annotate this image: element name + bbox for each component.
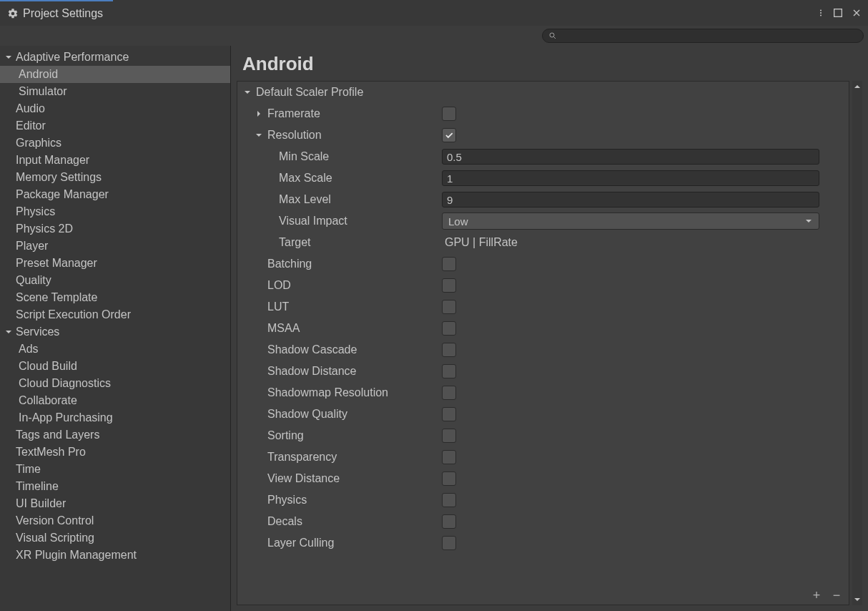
lod-checkbox[interactable] bbox=[442, 278, 456, 293]
close-icon[interactable] bbox=[851, 7, 862, 19]
visual-impact-label: Visual Impact bbox=[279, 215, 347, 228]
sidebar-item-player[interactable]: Player bbox=[0, 238, 230, 255]
window-tab[interactable]: Project Settings bbox=[0, 0, 113, 26]
sidebar-item-simulator[interactable]: Simulator bbox=[0, 83, 230, 100]
main-scrollbar[interactable] bbox=[852, 81, 862, 605]
batching-checkbox[interactable] bbox=[442, 257, 456, 271]
sidebar-item-label: Version Control bbox=[16, 514, 94, 527]
max-scale-input[interactable] bbox=[442, 170, 819, 186]
view-distance-checkbox[interactable] bbox=[442, 471, 456, 486]
shadow-quality-checkbox[interactable] bbox=[442, 407, 456, 421]
decals-checkbox[interactable] bbox=[442, 514, 456, 529]
sidebar-item-xr-plugin-management[interactable]: XR Plugin Management bbox=[0, 547, 230, 564]
foldout-arrow-icon[interactable] bbox=[255, 131, 263, 140]
shadow-cascade-checkbox[interactable] bbox=[442, 343, 456, 357]
lut-checkbox[interactable] bbox=[442, 300, 456, 314]
transparency-checkbox[interactable] bbox=[442, 450, 456, 464]
sidebar-item-in-app-purchasing[interactable]: In-App Purchasing bbox=[0, 409, 230, 426]
min-scale-row: Min Scale bbox=[237, 146, 849, 167]
framerate-label: Framerate bbox=[267, 107, 320, 120]
sidebar-item-label: Input Manager bbox=[16, 154, 89, 167]
max-level-row: Max Level bbox=[237, 189, 849, 210]
sidebar-item-quality[interactable]: Quality bbox=[0, 272, 230, 289]
scroll-up-icon[interactable] bbox=[853, 82, 862, 91]
shadow-cascade-row: Shadow Cascade bbox=[237, 339, 849, 361]
default-scaler-profile-header[interactable]: Default Scaler Profile bbox=[237, 82, 849, 103]
sidebar-item-label: In-App Purchasing bbox=[19, 411, 113, 424]
sidebar-item-physics-2d[interactable]: Physics 2D bbox=[0, 220, 230, 238]
layer-culling-checkbox[interactable] bbox=[442, 536, 456, 550]
sidebar-item-android[interactable]: Android bbox=[0, 66, 230, 83]
transparency-row: Transparency bbox=[237, 446, 849, 468]
titlebar: Project Settings bbox=[0, 0, 868, 26]
sidebar-item-time[interactable]: Time bbox=[0, 461, 230, 478]
svg-rect-3 bbox=[834, 9, 842, 17]
maximize-icon[interactable] bbox=[832, 7, 844, 19]
svg-point-4 bbox=[550, 33, 554, 37]
svg-line-5 bbox=[554, 37, 556, 39]
foldout-arrow-icon bbox=[4, 53, 13, 62]
search-input[interactable] bbox=[542, 29, 864, 43]
sidebar-item-graphics[interactable]: Graphics bbox=[0, 135, 230, 152]
sidebar-item-ads[interactable]: Ads bbox=[0, 341, 230, 358]
foldout-arrow-icon[interactable] bbox=[255, 109, 263, 118]
sidebar-item-memory-settings[interactable]: Memory Settings bbox=[0, 169, 230, 186]
sidebar-item-scene-template[interactable]: Scene Template bbox=[0, 289, 230, 306]
kebab-menu-icon[interactable] bbox=[817, 7, 825, 19]
foldout-arrow-icon bbox=[4, 328, 13, 336]
sidebar-item-audio[interactable]: Audio bbox=[0, 100, 230, 117]
sidebar-item-cloud-build[interactable]: Cloud Build bbox=[0, 358, 230, 375]
sidebar-item-adaptive-performance[interactable]: Adaptive Performance bbox=[0, 49, 230, 66]
max-level-input[interactable] bbox=[442, 192, 819, 207]
transparency-label: Transparency bbox=[267, 451, 337, 464]
sidebar-item-input-manager[interactable]: Input Manager bbox=[0, 152, 230, 169]
sidebar-item-label: Time bbox=[16, 463, 41, 476]
physics-checkbox[interactable] bbox=[442, 493, 456, 507]
sidebar-item-services[interactable]: Services bbox=[0, 323, 230, 341]
search-row bbox=[0, 26, 868, 46]
gear-icon bbox=[7, 8, 19, 19]
resolution-checkbox[interactable] bbox=[442, 128, 456, 142]
sidebar-item-textmesh-pro[interactable]: TextMesh Pro bbox=[0, 444, 230, 461]
list-footer: + − bbox=[804, 586, 849, 605]
sidebar-item-collaborate[interactable]: Collaborate bbox=[0, 392, 230, 409]
sidebar-item-physics[interactable]: Physics bbox=[0, 203, 230, 220]
sidebar-item-label: UI Builder bbox=[16, 497, 66, 510]
shadowmap-resolution-checkbox[interactable] bbox=[442, 386, 456, 400]
inspector-panel: Default Scaler Profile Framerate bbox=[237, 81, 849, 605]
lut-row: LUT bbox=[237, 296, 849, 318]
add-button[interactable]: + bbox=[809, 589, 824, 602]
min-scale-input[interactable] bbox=[442, 149, 819, 165]
lut-label: LUT bbox=[267, 300, 289, 313]
sidebar-item-version-control[interactable]: Version Control bbox=[0, 512, 230, 529]
min-scale-label: Min Scale bbox=[279, 150, 329, 163]
svg-point-2 bbox=[820, 15, 822, 16]
sidebar-item-ui-builder[interactable]: UI Builder bbox=[0, 495, 230, 512]
remove-button[interactable]: − bbox=[829, 589, 844, 602]
physics-label: Physics bbox=[267, 494, 307, 507]
max-scale-label: Max Scale bbox=[279, 172, 332, 185]
framerate-checkbox[interactable] bbox=[442, 107, 456, 121]
titlebar-controls bbox=[817, 0, 868, 26]
shadowmap-resolution-row: Shadowmap Resolution bbox=[237, 382, 849, 404]
sidebar-item-tags-and-layers[interactable]: Tags and Layers bbox=[0, 426, 230, 444]
shadow-distance-checkbox[interactable] bbox=[442, 364, 456, 378]
sidebar-item-timeline[interactable]: Timeline bbox=[0, 478, 230, 495]
sidebar-item-label: Cloud Build bbox=[19, 360, 77, 373]
sidebar-item-label: Preset Manager bbox=[16, 257, 97, 270]
sidebar-item-visual-scripting[interactable]: Visual Scripting bbox=[0, 529, 230, 547]
sidebar-item-script-execution-order[interactable]: Script Execution Order bbox=[0, 306, 230, 323]
msaa-checkbox[interactable] bbox=[442, 321, 456, 336]
sidebar-item-package-manager[interactable]: Package Manager bbox=[0, 186, 230, 203]
sidebar-item-cloud-diagnostics[interactable]: Cloud Diagnostics bbox=[0, 375, 230, 392]
sidebar-item-preset-manager[interactable]: Preset Manager bbox=[0, 255, 230, 272]
target-row: Target GPU | FillRate bbox=[237, 232, 849, 253]
resolution-row: Resolution bbox=[237, 124, 849, 146]
sorting-checkbox[interactable] bbox=[442, 429, 456, 443]
decals-row: Decals bbox=[237, 511, 849, 532]
framerate-row: Framerate bbox=[237, 103, 849, 124]
sidebar-item-editor[interactable]: Editor bbox=[0, 117, 230, 135]
scroll-down-icon[interactable] bbox=[853, 595, 862, 604]
sidebar-item-label: Android bbox=[19, 68, 58, 81]
visual-impact-dropdown[interactable]: Low bbox=[442, 212, 819, 230]
